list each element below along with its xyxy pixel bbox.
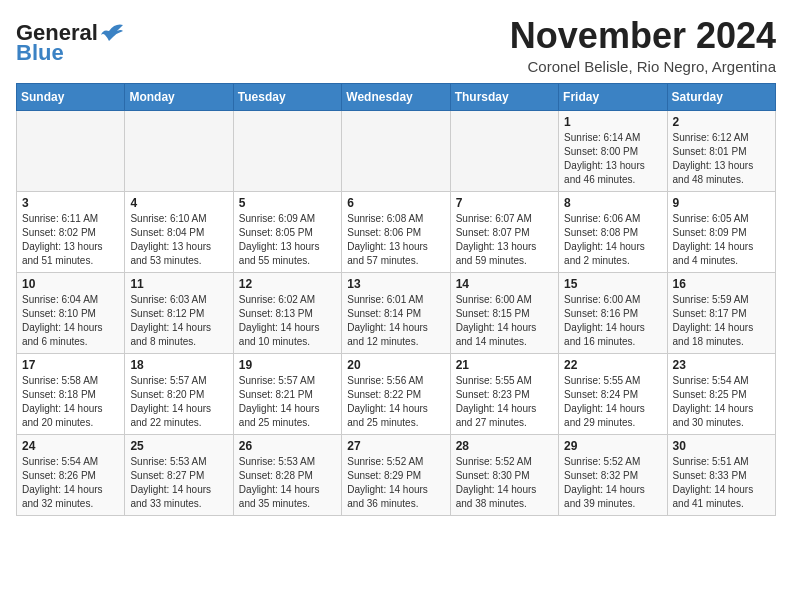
day-of-week-header: Saturday <box>667 83 775 110</box>
day-number: 8 <box>564 196 661 210</box>
day-of-week-header: Thursday <box>450 83 558 110</box>
location-subtitle: Coronel Belisle, Rio Negro, Argentina <box>510 58 776 75</box>
day-number: 10 <box>22 277 119 291</box>
day-info: Sunrise: 6:12 AM Sunset: 8:01 PM Dayligh… <box>673 131 770 187</box>
day-number: 25 <box>130 439 227 453</box>
calendar-cell: 9Sunrise: 6:05 AM Sunset: 8:09 PM Daylig… <box>667 191 775 272</box>
calendar-cell: 6Sunrise: 6:08 AM Sunset: 8:06 PM Daylig… <box>342 191 450 272</box>
day-info: Sunrise: 5:54 AM Sunset: 8:25 PM Dayligh… <box>673 374 770 430</box>
day-number: 1 <box>564 115 661 129</box>
day-of-week-header: Sunday <box>17 83 125 110</box>
calendar-cell: 1Sunrise: 6:14 AM Sunset: 8:00 PM Daylig… <box>559 110 667 191</box>
day-info: Sunrise: 6:06 AM Sunset: 8:08 PM Dayligh… <box>564 212 661 268</box>
calendar-week-row: 24Sunrise: 5:54 AM Sunset: 8:26 PM Dayli… <box>17 434 776 515</box>
calendar-week-row: 10Sunrise: 6:04 AM Sunset: 8:10 PM Dayli… <box>17 272 776 353</box>
calendar-cell: 15Sunrise: 6:00 AM Sunset: 8:16 PM Dayli… <box>559 272 667 353</box>
day-info: Sunrise: 5:57 AM Sunset: 8:21 PM Dayligh… <box>239 374 336 430</box>
title-block: November 2024 Coronel Belisle, Rio Negro… <box>510 16 776 75</box>
day-number: 9 <box>673 196 770 210</box>
day-info: Sunrise: 5:56 AM Sunset: 8:22 PM Dayligh… <box>347 374 444 430</box>
day-info: Sunrise: 5:52 AM Sunset: 8:32 PM Dayligh… <box>564 455 661 511</box>
day-number: 16 <box>673 277 770 291</box>
logo-bird-icon <box>101 21 123 41</box>
day-info: Sunrise: 6:11 AM Sunset: 8:02 PM Dayligh… <box>22 212 119 268</box>
calendar-cell <box>125 110 233 191</box>
day-number: 14 <box>456 277 553 291</box>
day-number: 18 <box>130 358 227 372</box>
day-number: 29 <box>564 439 661 453</box>
day-number: 27 <box>347 439 444 453</box>
calendar-cell <box>233 110 341 191</box>
calendar-cell: 27Sunrise: 5:52 AM Sunset: 8:29 PM Dayli… <box>342 434 450 515</box>
calendar-cell <box>17 110 125 191</box>
day-number: 17 <box>22 358 119 372</box>
logo-blue: Blue <box>16 40 64 66</box>
day-info: Sunrise: 5:58 AM Sunset: 8:18 PM Dayligh… <box>22 374 119 430</box>
day-info: Sunrise: 6:14 AM Sunset: 8:00 PM Dayligh… <box>564 131 661 187</box>
day-of-week-header: Friday <box>559 83 667 110</box>
day-info: Sunrise: 6:00 AM Sunset: 8:16 PM Dayligh… <box>564 293 661 349</box>
calendar-cell: 22Sunrise: 5:55 AM Sunset: 8:24 PM Dayli… <box>559 353 667 434</box>
calendar-week-row: 17Sunrise: 5:58 AM Sunset: 8:18 PM Dayli… <box>17 353 776 434</box>
calendar-cell: 24Sunrise: 5:54 AM Sunset: 8:26 PM Dayli… <box>17 434 125 515</box>
day-number: 15 <box>564 277 661 291</box>
day-info: Sunrise: 6:09 AM Sunset: 8:05 PM Dayligh… <box>239 212 336 268</box>
calendar-header-row: SundayMondayTuesdayWednesdayThursdayFrid… <box>17 83 776 110</box>
calendar-cell: 28Sunrise: 5:52 AM Sunset: 8:30 PM Dayli… <box>450 434 558 515</box>
day-number: 21 <box>456 358 553 372</box>
calendar-cell: 5Sunrise: 6:09 AM Sunset: 8:05 PM Daylig… <box>233 191 341 272</box>
calendar-cell: 19Sunrise: 5:57 AM Sunset: 8:21 PM Dayli… <box>233 353 341 434</box>
calendar-cell: 12Sunrise: 6:02 AM Sunset: 8:13 PM Dayli… <box>233 272 341 353</box>
day-info: Sunrise: 6:05 AM Sunset: 8:09 PM Dayligh… <box>673 212 770 268</box>
day-number: 12 <box>239 277 336 291</box>
calendar-cell: 18Sunrise: 5:57 AM Sunset: 8:20 PM Dayli… <box>125 353 233 434</box>
day-number: 3 <box>22 196 119 210</box>
day-info: Sunrise: 5:59 AM Sunset: 8:17 PM Dayligh… <box>673 293 770 349</box>
day-number: 11 <box>130 277 227 291</box>
day-info: Sunrise: 6:03 AM Sunset: 8:12 PM Dayligh… <box>130 293 227 349</box>
day-number: 4 <box>130 196 227 210</box>
day-of-week-header: Tuesday <box>233 83 341 110</box>
day-info: Sunrise: 5:53 AM Sunset: 8:28 PM Dayligh… <box>239 455 336 511</box>
day-info: Sunrise: 5:52 AM Sunset: 8:29 PM Dayligh… <box>347 455 444 511</box>
day-number: 22 <box>564 358 661 372</box>
day-number: 7 <box>456 196 553 210</box>
calendar-week-row: 1Sunrise: 6:14 AM Sunset: 8:00 PM Daylig… <box>17 110 776 191</box>
day-info: Sunrise: 6:10 AM Sunset: 8:04 PM Dayligh… <box>130 212 227 268</box>
calendar-cell <box>450 110 558 191</box>
day-info: Sunrise: 5:53 AM Sunset: 8:27 PM Dayligh… <box>130 455 227 511</box>
day-info: Sunrise: 6:07 AM Sunset: 8:07 PM Dayligh… <box>456 212 553 268</box>
day-of-week-header: Monday <box>125 83 233 110</box>
day-number: 19 <box>239 358 336 372</box>
logo: General Blue <box>16 20 123 66</box>
calendar-cell: 4Sunrise: 6:10 AM Sunset: 8:04 PM Daylig… <box>125 191 233 272</box>
day-number: 6 <box>347 196 444 210</box>
calendar-table: SundayMondayTuesdayWednesdayThursdayFrid… <box>16 83 776 516</box>
day-number: 24 <box>22 439 119 453</box>
calendar-cell: 3Sunrise: 6:11 AM Sunset: 8:02 PM Daylig… <box>17 191 125 272</box>
day-info: Sunrise: 5:52 AM Sunset: 8:30 PM Dayligh… <box>456 455 553 511</box>
calendar-cell: 23Sunrise: 5:54 AM Sunset: 8:25 PM Dayli… <box>667 353 775 434</box>
day-number: 23 <box>673 358 770 372</box>
page-header: General Blue November 2024 Coronel Belis… <box>16 16 776 75</box>
day-info: Sunrise: 5:54 AM Sunset: 8:26 PM Dayligh… <box>22 455 119 511</box>
day-number: 26 <box>239 439 336 453</box>
calendar-cell: 2Sunrise: 6:12 AM Sunset: 8:01 PM Daylig… <box>667 110 775 191</box>
calendar-cell: 13Sunrise: 6:01 AM Sunset: 8:14 PM Dayli… <box>342 272 450 353</box>
day-info: Sunrise: 5:51 AM Sunset: 8:33 PM Dayligh… <box>673 455 770 511</box>
calendar-cell: 10Sunrise: 6:04 AM Sunset: 8:10 PM Dayli… <box>17 272 125 353</box>
calendar-cell: 16Sunrise: 5:59 AM Sunset: 8:17 PM Dayli… <box>667 272 775 353</box>
calendar-cell: 21Sunrise: 5:55 AM Sunset: 8:23 PM Dayli… <box>450 353 558 434</box>
day-number: 28 <box>456 439 553 453</box>
day-number: 30 <box>673 439 770 453</box>
calendar-cell: 11Sunrise: 6:03 AM Sunset: 8:12 PM Dayli… <box>125 272 233 353</box>
calendar-cell: 30Sunrise: 5:51 AM Sunset: 8:33 PM Dayli… <box>667 434 775 515</box>
day-info: Sunrise: 6:01 AM Sunset: 8:14 PM Dayligh… <box>347 293 444 349</box>
calendar-week-row: 3Sunrise: 6:11 AM Sunset: 8:02 PM Daylig… <box>17 191 776 272</box>
calendar-cell: 20Sunrise: 5:56 AM Sunset: 8:22 PM Dayli… <box>342 353 450 434</box>
day-number: 2 <box>673 115 770 129</box>
calendar-cell: 7Sunrise: 6:07 AM Sunset: 8:07 PM Daylig… <box>450 191 558 272</box>
calendar-cell: 26Sunrise: 5:53 AM Sunset: 8:28 PM Dayli… <box>233 434 341 515</box>
day-number: 5 <box>239 196 336 210</box>
calendar-cell: 29Sunrise: 5:52 AM Sunset: 8:32 PM Dayli… <box>559 434 667 515</box>
